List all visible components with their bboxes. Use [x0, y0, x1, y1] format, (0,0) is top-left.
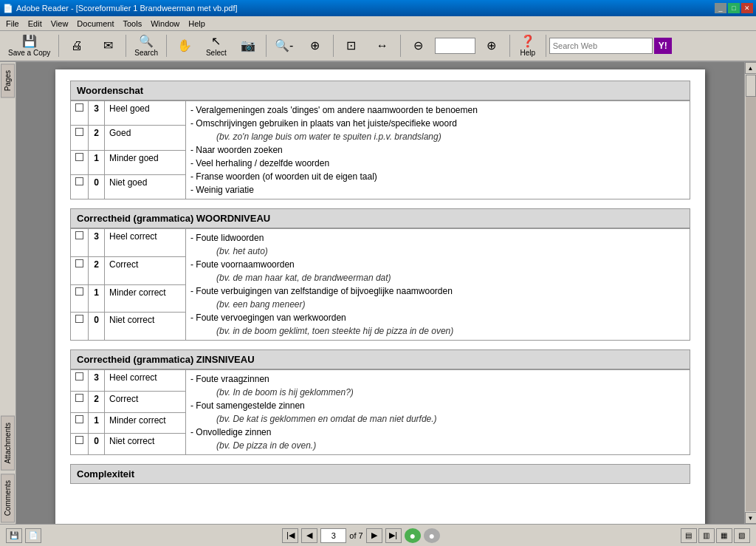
checkbox-3[interactable] — [75, 103, 83, 112]
select-button[interactable]: ↖ Select — [201, 33, 232, 58]
menu-window[interactable]: Window — [146, 18, 184, 30]
next-page-button[interactable]: ▶ — [366, 528, 382, 543]
desc-z-1: - Foute vraagzinnen — [190, 372, 685, 386]
section-header-zinsniveau: Correctheid (grammatica) ZINSNIVEAU — [70, 349, 690, 369]
zoom-out-button[interactable]: 🔍- — [269, 33, 299, 58]
scroll-up-button[interactable]: ▲ — [745, 62, 757, 74]
hand-button[interactable]: ✋ — [170, 33, 199, 58]
desc-z-sub-2: (bv. De kat is geklommen en omdat de man… — [190, 412, 685, 426]
prev-page-button[interactable]: ◀ — [301, 528, 317, 543]
section-zinsniveau: Correctheid (grammatica) ZINSNIVEAU 3 He… — [70, 349, 690, 455]
fit-width-button[interactable]: ↔ — [368, 33, 397, 58]
zoom-out-icon: 🔍- — [275, 40, 293, 52]
pdf-area[interactable]: Woordenschat 3 Heel goed - Veralgemening… — [16, 62, 744, 524]
help-label: Help — [520, 49, 535, 57]
desc-line-5: - Franse woorden (of woorden uit de eige… — [190, 170, 685, 183]
menu-help[interactable]: Help — [184, 18, 210, 30]
page-number-input[interactable] — [320, 528, 346, 543]
snapshot-button[interactable]: 📷 — [233, 33, 263, 58]
desc-w-sub-2: (bv. de man haar kat, de brandweerman da… — [190, 271, 685, 284]
label-cell: Goed — [105, 126, 186, 150]
search-web-input[interactable] — [549, 38, 653, 54]
desc-w-sub-3: (bv. een bang meneer) — [190, 298, 685, 311]
desc-sub-1: (bv. zo'n lange buis om water te spuiten… — [190, 130, 685, 143]
table-row: 3 Heel correct - Foute vraagzinnen (bv. … — [71, 370, 690, 392]
first-page-button[interactable]: |◀ — [282, 528, 298, 543]
zoom-in2-icon: ⊕ — [487, 40, 496, 52]
score-table-woordenschat: 3 Heel goed - Veralgemeningen zoals 'din… — [70, 100, 690, 199]
table-row: 3 Heel correct - Foute lidwoorden (bv. h… — [71, 229, 690, 257]
page-storage-button-1[interactable]: 💾 — [6, 528, 22, 543]
help-button[interactable]: ❓ Help — [513, 33, 543, 58]
sep-1 — [58, 35, 59, 57]
zoom-input[interactable]: 122% — [435, 38, 475, 54]
zoom-out2-button[interactable]: ⊖ — [404, 33, 433, 58]
score-cell: 0 — [89, 434, 105, 455]
sep-2 — [126, 35, 126, 57]
desc-w-sub-4: (bv. in de boom geklimt, toen steekte hi… — [190, 324, 685, 338]
scroll-thumb[interactable] — [746, 75, 756, 97]
desc-w-4: - Foute vervoegingen van werkwoorden — [190, 311, 685, 324]
scroll-down-button[interactable]: ▼ — [745, 512, 757, 524]
view-btn-2[interactable]: ▥ — [698, 528, 715, 543]
score-table-zinsniveau: 3 Heel correct - Foute vraagzinnen (bv. … — [70, 369, 690, 455]
checkbox-w3[interactable] — [75, 231, 83, 239]
last-page-button[interactable]: ▶| — [385, 528, 402, 543]
desc-w-sub-1: (bv. het auto) — [190, 245, 685, 258]
label-cell: Niet correct — [105, 313, 186, 341]
view-btn-3[interactable]: ▦ — [716, 528, 732, 543]
checkbox-w2[interactable] — [75, 259, 83, 267]
view-btn-4[interactable]: ▧ — [734, 528, 750, 543]
checkbox-z3[interactable] — [75, 372, 83, 381]
menu-edit[interactable]: Edit — [24, 18, 47, 30]
sidebar-tab-comments[interactable]: Comments — [1, 474, 15, 522]
save-icon: 💾 — [22, 35, 37, 47]
email-button[interactable]: ✉ — [93, 33, 123, 58]
save-copy-button[interactable]: 💾 Save a Copy — [3, 33, 55, 58]
desc-w-3: - Foute verbuigingen van zelfstandige of… — [190, 284, 685, 298]
save-copy-label: Save a Copy — [8, 49, 50, 57]
checkbox-w0[interactable] — [75, 315, 83, 323]
checkbox-z1[interactable] — [75, 415, 83, 423]
section-woordenschat: Woordenschat 3 Heel goed - Veralgemening… — [70, 81, 690, 199]
checkbox-cell — [71, 284, 89, 313]
window-title: Adobe Reader - [Scoreformulier 1 Brandwe… — [16, 4, 238, 13]
score-cell: 1 — [89, 284, 105, 313]
menu-view[interactable]: View — [47, 18, 73, 30]
maximize-button[interactable]: □ — [728, 3, 740, 13]
checkbox-1[interactable] — [75, 153, 83, 161]
checkbox-0[interactable] — [75, 177, 83, 185]
print-button[interactable]: 🖨 — [62, 33, 92, 58]
toolbar: 💾 Save a Copy 🖨 ✉ 🔍 Search ✋ ↖ Select 📷 … — [0, 31, 756, 62]
status-green-button[interactable]: ● — [405, 528, 421, 543]
page-storage-button-2[interactable]: 📄 — [25, 528, 41, 543]
checkbox-z0[interactable] — [75, 436, 83, 444]
checkbox-2[interactable] — [75, 128, 83, 136]
search-button[interactable]: 🔍 Search — [129, 33, 163, 58]
checkbox-cell — [71, 229, 89, 257]
view-btn-1[interactable]: ▤ — [681, 528, 697, 543]
minimize-button[interactable]: _ — [715, 3, 726, 13]
zoom-in-button[interactable]: ⊕ — [300, 33, 330, 58]
bottom-nav-right: ▤ ▥ ▦ ▧ — [681, 528, 750, 543]
menu-document[interactable]: Document — [72, 18, 118, 30]
sidebar-tab-attachments[interactable]: Attachments — [1, 416, 15, 471]
select-label: Select — [206, 49, 227, 57]
sidebar-tab-pages[interactable]: Pages — [1, 64, 15, 98]
checkbox-w1[interactable] — [75, 287, 83, 296]
menu-file[interactable]: File — [1, 18, 24, 30]
menu-tools[interactable]: Tools — [119, 18, 147, 30]
checkbox-z2[interactable] — [75, 394, 83, 402]
status-gray-button[interactable]: ● — [424, 528, 440, 543]
yahoo-button[interactable]: Y! — [654, 38, 672, 54]
section-header-woordenschat: Woordenschat — [70, 81, 690, 100]
page-total: of 7 — [349, 531, 362, 540]
label-cell: Heel goed — [105, 101, 186, 126]
score-cell: 2 — [89, 126, 105, 150]
close-button[interactable]: ✕ — [741, 3, 753, 13]
fit-page-button[interactable]: ⊡ — [337, 33, 366, 58]
score-cell: 1 — [89, 412, 105, 434]
toolbar-group-left: 💾 Save a Copy 🖨 ✉ 🔍 Search ✋ ↖ Select 📷 … — [3, 33, 672, 58]
zoom-in2-button[interactable]: ⊕ — [477, 33, 506, 58]
snapshot-icon: 📷 — [241, 40, 255, 52]
